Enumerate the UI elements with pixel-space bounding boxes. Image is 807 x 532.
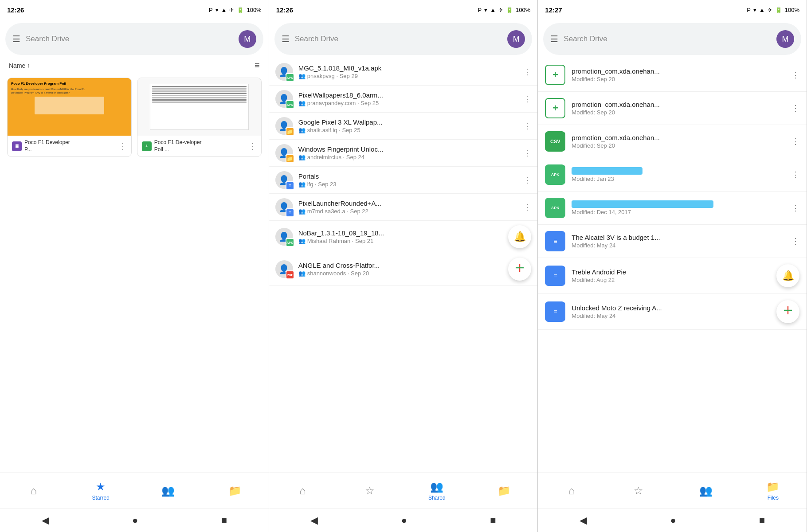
nav-files-3[interactable]: 📁 Files: [740, 473, 807, 508]
item-menu-2-1[interactable]: ⋮: [523, 67, 531, 77]
back-btn-3[interactable]: ◀: [580, 515, 587, 526]
right-title-3-2: promotion_com.xda.onehan...: [572, 101, 785, 108]
recents-btn-1[interactable]: ■: [221, 515, 227, 526]
airplane-icon: ✈: [229, 7, 234, 13]
hamburger-icon-2[interactable]: ☰: [282, 34, 290, 44]
grid-thumbnail-2: [137, 78, 261, 136]
grid-item-info-2: + Poco F1 De-veloper Poll ...: [142, 139, 203, 153]
right-menu-3-2[interactable]: ⋮: [791, 103, 799, 113]
list-title-2-5: Portals: [298, 172, 518, 180]
right-menu-3-6[interactable]: ⋮: [791, 236, 799, 246]
list-title-2-4: Windows Fingerprint Unloc...: [298, 145, 518, 153]
right-item-3-6[interactable]: ≡ The Alcatel 3V is a budget 1... Modifi…: [538, 225, 807, 258]
avatar-2[interactable]: M: [507, 30, 525, 48]
nav-starred-2[interactable]: ☆: [336, 473, 403, 508]
avatar-3[interactable]: M: [776, 30, 794, 48]
home-btn-2[interactable]: ●: [401, 515, 407, 526]
list-item-2-8[interactable]: 👤 PDF ANGLE and Cross-Platfor... 👥 shann…: [269, 253, 538, 286]
right-item-3-7[interactable]: ≡ Treble Android Pie Modified: Aug 22 🔔: [538, 258, 807, 294]
shared-icon-2-2: 👥: [298, 100, 306, 106]
recents-btn-3[interactable]: ■: [759, 515, 765, 526]
item-menu-2-2[interactable]: ⋮: [523, 94, 531, 104]
sort-label-1[interactable]: Name ↑: [9, 62, 30, 69]
grid-item-2[interactable]: + Poco F1 De-veloper Poll ... ⋮: [137, 78, 262, 157]
item-menu-2[interactable]: ⋮: [249, 141, 257, 151]
item-menu-2-3[interactable]: ⋮: [523, 121, 531, 131]
airplane-icon-2: ✈: [498, 7, 503, 13]
apk-badge-2-2: APK: [286, 100, 294, 109]
nav-home-2[interactable]: ⌂: [269, 473, 336, 508]
search-input-3[interactable]: Search Drive: [564, 35, 771, 43]
battery-icon: 🔋: [237, 7, 244, 13]
right-sub-3-7: Modified: Aug 22: [572, 277, 770, 283]
file-icon-3-4: APK: [545, 164, 565, 185]
grid-item-1[interactable]: Poco F1 Developer Program Poll How likel…: [7, 78, 132, 157]
search-bar-1[interactable]: ☰ Search Drive M: [5, 23, 263, 55]
right-text-3-8: Unlocked Moto Z receiving A... Modified:…: [572, 304, 770, 319]
right-menu-3-3[interactable]: ⋮: [791, 137, 799, 146]
list-item-2-5[interactable]: 👤 ≡ Portals 👥 lfg · Sep 23 ⋮: [269, 167, 538, 194]
item-menu-2-4[interactable]: ⋮: [523, 148, 531, 158]
hamburger-icon-1[interactable]: ☰: [12, 34, 20, 44]
right-item-3-2[interactable]: + promotion_com.xda.onehan... Modified: …: [538, 92, 807, 125]
search-bar-3[interactable]: ☰ Search Drive M: [543, 23, 801, 55]
nav-starred-3[interactable]: ☆: [605, 473, 672, 508]
right-item-3-8[interactable]: ≡ Unlocked Moto Z receiving A... Modifie…: [538, 294, 807, 330]
notif-icon-3-7: 🔔: [782, 270, 794, 282]
right-menu-3-5[interactable]: ⋮: [791, 203, 799, 213]
search-input-1[interactable]: Search Drive: [26, 35, 233, 43]
back-btn-2[interactable]: ◀: [310, 515, 318, 526]
nav-home-1[interactable]: ⌂: [0, 473, 67, 508]
right-sub-3-2: Modified: Sep 20: [572, 109, 785, 116]
nav-shared-1[interactable]: 👥: [134, 473, 201, 508]
android-nav-3: ◀ ● ■: [538, 508, 807, 532]
nav-starred-1[interactable]: ★ Starred: [67, 473, 134, 508]
list-item-2-7[interactable]: 👤 APK NoBar_1.3.1-18_09_19_18... 👥 Misha…: [269, 221, 538, 253]
right-menu-3-1[interactable]: ⋮: [791, 70, 799, 80]
apk-badge-2-1: APK: [286, 73, 294, 82]
status-time-2: 12:26: [276, 6, 293, 14]
list-item-2-3[interactable]: 👤 📁 Google Pixel 3 XL Wallpap... 👥 shaik…: [269, 113, 538, 140]
right-item-3-5[interactable]: APK XXXXXXXXXXXXXXXX Modified: Dec 14, 2…: [538, 192, 807, 225]
list-item-2-1[interactable]: 👤 APK MGC_5.1.018_MI8_v1a.apk 👥 pnsakpvs…: [269, 59, 538, 86]
list-view-icon[interactable]: ≡: [255, 60, 260, 70]
shared-icon-2-8: 👥: [298, 270, 306, 277]
notif-btn-2-7[interactable]: 🔔: [508, 225, 531, 248]
home-btn-3[interactable]: ●: [670, 515, 676, 526]
list-item-2-2[interactable]: 👤 APK PixelWallpapers18_6.0arm... 👥 pran…: [269, 86, 538, 113]
right-item-3-4[interactable]: APK XXXXXXXX Modified: Jan 23 ⋮: [538, 158, 807, 192]
item-menu-1[interactable]: ⋮: [119, 141, 127, 151]
right-menu-3-4[interactable]: ⋮: [791, 170, 799, 180]
nav-files-1[interactable]: 📁: [201, 473, 268, 508]
home-btn-1[interactable]: ●: [132, 515, 138, 526]
item-menu-2-5[interactable]: ⋮: [523, 175, 531, 185]
shared-label-2: Shared: [428, 495, 446, 501]
right-item-3-3[interactable]: CSV promotion_com.xda.onehan... Modified…: [538, 125, 807, 158]
file-icon-3-7: ≡: [545, 266, 565, 286]
home-icon-1: ⌂: [30, 485, 37, 497]
search-bar-2[interactable]: ☰ Search Drive M: [274, 23, 533, 55]
list-sub-2-6: 👥 m7md.sa3ed.a · Sep 22: [298, 208, 518, 215]
form-icon-1: ≣: [12, 141, 22, 151]
notif-btn-3-7[interactable]: 🔔: [776, 264, 799, 287]
nav-shared-3[interactable]: 👥: [672, 473, 739, 508]
recents-btn-2[interactable]: ■: [490, 515, 496, 526]
shared-icon-2-5: 👥: [298, 181, 306, 188]
files-label-3: Files: [768, 495, 779, 501]
search-input-2[interactable]: Search Drive: [295, 35, 502, 43]
home-icon-3: ⌂: [568, 485, 575, 497]
right-item-3-1[interactable]: + promotion_com.xda.onehan... Modified: …: [538, 59, 807, 92]
fab-btn-3-8[interactable]: [776, 300, 799, 323]
fab-btn-2-8[interactable]: [508, 258, 531, 281]
pdf-badge-2-8: PDF: [286, 270, 294, 279]
nav-shared-2[interactable]: 👥 Shared: [404, 473, 470, 508]
back-btn-1[interactable]: ◀: [42, 515, 49, 526]
avatar-1[interactable]: M: [239, 30, 256, 48]
list-item-2-6[interactable]: 👤 ≡ PixelLauncherRounded+A... 👥 m7md.sa3…: [269, 194, 538, 221]
right-text-3-1: promotion_com.xda.onehan... Modified: Se…: [572, 67, 785, 82]
hamburger-icon-3[interactable]: ☰: [550, 34, 558, 44]
nav-files-2[interactable]: 📁: [470, 473, 537, 508]
nav-home-3[interactable]: ⌂: [538, 473, 605, 508]
list-item-2-4[interactable]: 👤 📁 Windows Fingerprint Unloc... 👥 andre…: [269, 140, 538, 167]
item-menu-2-6[interactable]: ⋮: [523, 202, 531, 212]
